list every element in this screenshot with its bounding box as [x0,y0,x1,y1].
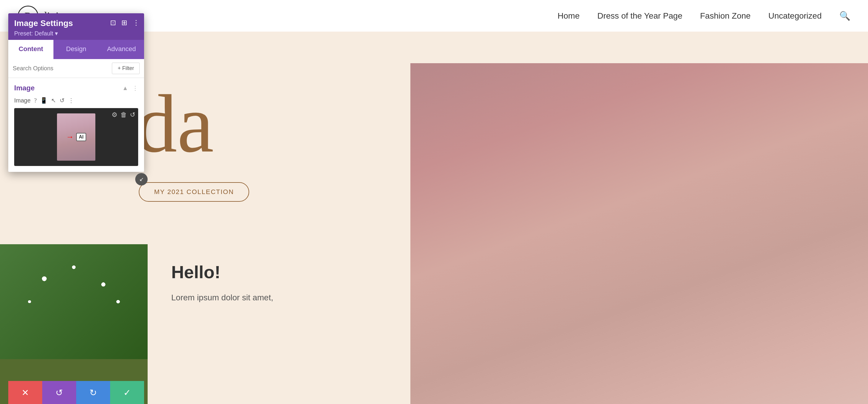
delete-tool-icon[interactable]: 🗑 [120,111,127,119]
filter-button[interactable]: + Filter [112,63,140,74]
preview-overlay: → AI [66,133,86,142]
image-section: Image ▲ ⋮ Image ? 📱 ↖ ↺ ⋮ → [8,78,144,172]
collapse-icon[interactable]: ▲ [122,85,128,92]
section-more-icon[interactable]: ⋮ [132,85,138,92]
search-options-input[interactable] [13,65,112,72]
bottom-image [0,244,148,404]
confirm-button[interactable]: ✓ [110,381,144,404]
cancel-button[interactable]: ✕ [8,381,42,404]
tab-advanced[interactable]: Advanced [99,40,144,59]
nav-dress-of-year[interactable]: Dress of the Year Page [597,11,682,21]
action-bar: ✕ ↺ ↻ ✓ [8,381,144,404]
tab-content[interactable]: Content [8,40,54,59]
panel-search-bar: + Filter [8,59,144,78]
panel-icon-more[interactable]: ⋮ [132,19,140,27]
select-icon[interactable]: ↖ [51,97,56,104]
settings-tool-icon[interactable]: ⚙ [112,111,118,119]
image-field-row: Image ? 📱 ↖ ↺ ⋮ [14,97,138,104]
section-title: Image [14,84,35,92]
resize-handle[interactable]: ↙ [135,173,148,185]
help-icon[interactable]: ? [34,97,37,104]
reset-tool-icon[interactable]: ↺ [130,111,135,119]
image-settings-panel: Image Settings Preset: Default ▾ ⊡ ⊞ ⋮ C… [8,13,144,172]
panel-icon-fullscreen[interactable]: ⊡ [110,19,116,27]
panel-icon-split[interactable]: ⊞ [121,19,127,27]
site-nav: Home Dress of the Year Page Fashion Zone… [558,11,850,21]
cta-button[interactable]: MY 2021 COLLECTION [139,182,249,202]
section-header: Image ▲ ⋮ [14,84,138,92]
tab-design[interactable]: Design [54,40,99,59]
panel-header-icons: ⊡ ⊞ ⋮ [110,19,140,27]
panel-tabs: Content Design Advanced [8,40,144,59]
redo-button[interactable]: ↻ [76,381,110,404]
nav-uncategorized[interactable]: Uncategorized [768,11,822,21]
section-icons: ▲ ⋮ [122,85,138,92]
hero-text: da [136,76,214,171]
nav-fashion-zone[interactable]: Fashion Zone [700,11,750,21]
right-photo-inner [410,63,868,404]
flowers-decoration [0,244,148,359]
field-icons: ? 📱 ↖ ↺ ⋮ [34,97,74,104]
panel-header: Image Settings Preset: Default ▾ ⊡ ⊞ ⋮ [8,13,144,40]
nav-home[interactable]: Home [558,11,580,21]
field-label: Image [14,97,31,104]
right-photo [410,63,868,404]
image-preview[interactable]: → AI ⚙ 🗑 ↺ [14,108,138,166]
undo-button[interactable]: ↺ [42,381,76,404]
responsive-icon[interactable]: 📱 [40,97,48,104]
resize-icon: ↙ [140,176,144,183]
red-arrow-icon: → [66,133,74,142]
reset-icon[interactable]: ↺ [60,97,65,104]
more-icon[interactable]: ⋮ [68,97,74,104]
ai-badge[interactable]: AI [76,133,86,141]
search-icon[interactable]: 🔍 [839,11,850,21]
preview-tools: ⚙ 🗑 ↺ [112,111,135,119]
panel-preset[interactable]: Preset: Default ▾ [14,30,138,37]
